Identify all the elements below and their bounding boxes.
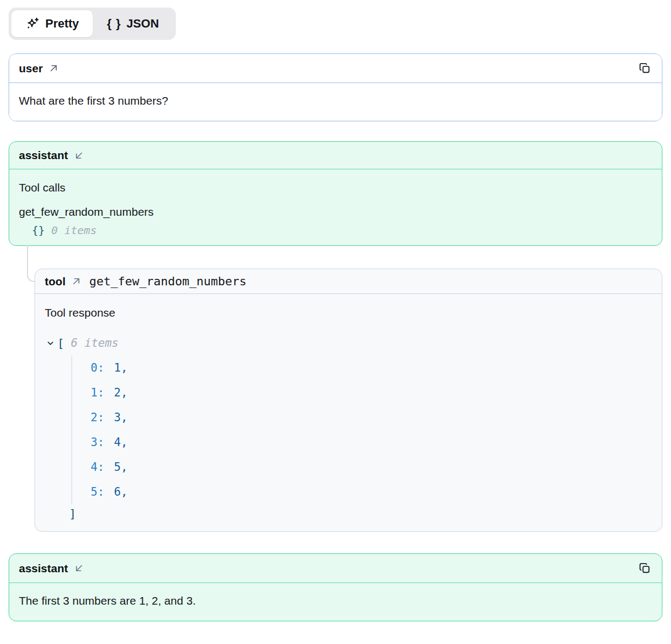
arrow-down-left-icon (74, 563, 84, 573)
json-view-label: JSON (127, 17, 159, 31)
json-entry-row: 0:1, (91, 355, 652, 380)
braces-icon: { } (107, 17, 121, 31)
json-entry-value: 2, (114, 386, 127, 399)
json-entry-key: 2: (91, 411, 104, 424)
copy-icon (639, 62, 651, 74)
assistant-final-card: assistant The first 3 numbers are 1, 2, … (9, 553, 662, 621)
json-entry-value: 4, (114, 436, 127, 449)
tool-message-wrapper: tool get_few_random_numbers Tool respons… (35, 269, 662, 532)
role-label: assistant (19, 562, 68, 575)
chevron-down-icon (46, 339, 55, 348)
assistant-final-content: The first 3 numbers are 1, 2, and 3. (9, 583, 662, 621)
tool-call-args: {}0 items (19, 224, 652, 237)
tool-call-name: get_few_random_numbers (19, 205, 652, 218)
sparkle-icon (25, 17, 40, 31)
json-entry-value: 3, (114, 411, 127, 424)
role-label: assistant (19, 149, 68, 162)
role-label: user (19, 62, 43, 75)
json-entry-key: 1: (91, 386, 104, 399)
assistant-final-header: assistant (9, 554, 662, 583)
json-entry-row: 2:3, (91, 405, 652, 430)
arrow-up-right-icon (71, 276, 81, 286)
user-message-content: What are the first 3 numbers? (9, 83, 662, 121)
json-view-button[interactable]: { } JSON (93, 10, 173, 37)
json-entry-row: 3:4, (91, 430, 652, 455)
pretty-view-label: Pretty (45, 17, 79, 31)
assistant-toolcall-body: Tool calls get_few_random_numbers {}0 it… (9, 169, 662, 245)
copy-button[interactable] (638, 61, 652, 76)
role-label: tool (45, 275, 65, 288)
json-entry-row: 5:6, (91, 479, 652, 504)
json-tree: [ 6 items 0:1, 1:2, 2:3, 3:4, (45, 335, 652, 523)
user-message-header: user (9, 54, 662, 83)
arrow-up-right-icon (49, 63, 59, 73)
json-entry-value: 6, (114, 485, 127, 498)
args-items-count: 0 items (51, 224, 97, 237)
json-entry-key: 4: (91, 461, 104, 474)
tool-message-card: tool get_few_random_numbers Tool respons… (35, 269, 662, 532)
assistant-toolcall-card: assistant Tool calls get_few_random_numb… (9, 141, 662, 246)
assistant-toolcall-header: assistant (9, 142, 662, 169)
json-entry-key: 3: (91, 436, 104, 449)
json-entry-row: 1:2, (91, 380, 652, 405)
arrow-down-left-icon (74, 150, 84, 161)
json-entry-row: 4:5, (91, 455, 652, 479)
json-entry-key: 5: (91, 485, 104, 498)
collapse-array-button[interactable] (46, 339, 57, 348)
tool-message-header: tool get_few_random_numbers (35, 269, 662, 294)
braces-glyph: {} (32, 224, 45, 237)
tool-response-label: Tool response (45, 306, 652, 319)
json-entry-key: 0: (91, 361, 104, 374)
json-array-children: 0:1, 1:2, 2:3, 3:4, 4:5, 5:6, (71, 355, 652, 504)
close-bracket: ] (69, 507, 76, 520)
view-mode-toggle: Pretty { } JSON (9, 8, 176, 40)
thread-connector-line (27, 245, 35, 282)
user-message-card: user What are the first 3 numbers? (9, 53, 662, 121)
open-bracket: [ (57, 337, 64, 350)
copy-icon (639, 562, 651, 574)
array-items-count: 6 items (71, 337, 119, 350)
tool-function-name: get_few_random_numbers (89, 275, 246, 288)
json-entry-value: 1, (114, 361, 127, 374)
tool-message-body: Tool response [ 6 items 0: (35, 294, 662, 531)
copy-button[interactable] (638, 561, 652, 576)
json-array-root-row: [ 6 items (45, 335, 652, 351)
close-bracket-row: ] (45, 505, 652, 523)
pretty-view-button[interactable]: Pretty (11, 10, 93, 37)
json-entry-value: 5, (114, 461, 127, 474)
tool-calls-label: Tool calls (19, 181, 652, 194)
